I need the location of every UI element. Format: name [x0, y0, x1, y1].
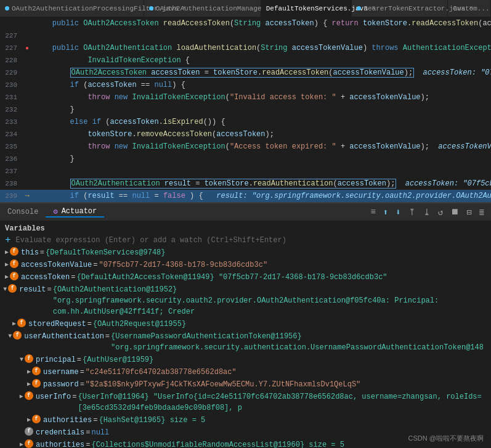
var-value: {AuthUser@11959}	[83, 354, 153, 365]
expand-icon[interactable]: ▶	[5, 259, 9, 271]
var-name: userInfo	[36, 391, 71, 402]
variables-header: Variables	[0, 223, 491, 234]
var-equals: =	[86, 439, 90, 448]
toolbar-bottom-icon[interactable]: ⤓	[421, 206, 432, 219]
var-password[interactable]: ▶ f password = "$2a$10$nky9PTxywFj4CkTKs…	[0, 378, 491, 391]
var-result[interactable]: ▼ f result = {OAuth2Authentication@11952…	[0, 283, 491, 318]
expand-icon[interactable]: ▶	[27, 367, 31, 378]
tab-custom[interactable]: Custom... ×	[448, 0, 491, 17]
field-icon: f	[32, 367, 41, 375]
tab-oauth-manager[interactable]: OAuth2AuthenticationManager.java ×	[144, 0, 261, 17]
var-value: "07f5cb77-2d17-4368-b178-9cb83d6cdb3c"	[99, 259, 267, 271]
toolbar-top-icon[interactable]: ⤒	[407, 206, 418, 219]
code-line: 237	[0, 165, 491, 177]
line-number: 229	[0, 69, 22, 76]
var-value: {DefaultTokenServices@9748}	[46, 247, 165, 258]
toolbar-up-icon[interactable]: ⬆	[381, 206, 390, 219]
var-stored-request[interactable]: ▶ f storedRequest = {OAuth2Request@11955…	[0, 318, 491, 330]
toolbar-layout-icon[interactable]: ⊟	[465, 206, 473, 219]
toolbar-stop-icon[interactable]: ⏹	[448, 206, 461, 218]
var-equals: =	[72, 391, 76, 402]
tab-actuator[interactable]: ⚙ Actuator	[46, 207, 104, 218]
line-number: 235	[0, 143, 22, 150]
tab-dot	[5, 6, 9, 10]
var-username[interactable]: ▶ f username = "c24e51170fc64702ab38778e…	[0, 366, 491, 378]
toolbar-down-icon[interactable]: ⬇	[394, 206, 402, 219]
var-equals: =	[77, 354, 81, 365]
var-equals: =	[93, 415, 97, 426]
var-value: "$2a$10$nky9PTxywFj4CkTKsXAFoewMw5ECMu.Y…	[86, 379, 360, 390]
line-indicator: →	[22, 192, 32, 200]
variables-section: Variables + Evaluate expression (Enter) …	[0, 221, 491, 448]
expand-icon[interactable]: ▶	[5, 272, 9, 283]
line-number: 239	[0, 192, 22, 200]
var-access-token[interactable]: ▶ f accessToken = {DefaultAuth2AccessTok…	[0, 271, 491, 283]
expand-icon[interactable]: ▶	[27, 415, 31, 426]
var-name: authorities	[43, 415, 92, 426]
var-userinfo[interactable]: ▶ f userInfo = {UserInfo@11964} "UserInf…	[0, 391, 491, 414]
expand-icon[interactable]: ▶	[20, 391, 23, 402]
line-number: 233	[0, 118, 22, 126]
line-content: InvalidTokenException {	[32, 56, 491, 65]
field-icon: f	[10, 259, 18, 268]
expand-icon[interactable]: ▶	[12, 319, 16, 330]
line-content: throw new InvalidTokenException("Access …	[32, 142, 491, 151]
line-content: OAuth2Authentication result = tokenStore…	[32, 179, 491, 188]
expand-icon[interactable]: ▼	[3, 284, 7, 295]
var-value: null	[91, 427, 109, 438]
var-name: authorities	[36, 439, 84, 448]
var-access-token-value[interactable]: ▶ f accessTokenValue = "07f5cb77-2d17-43…	[0, 259, 491, 271]
code-line: 238 OAuth2Authentication result = tokenS…	[0, 177, 491, 190]
var-authorities-3[interactable]: ▶ f authorities = {HashSet@11965} size =…	[0, 414, 491, 426]
expand-icon[interactable]: ▶	[5, 247, 9, 258]
field-icon: f	[13, 331, 22, 340]
var-name: accessTokenValue	[21, 259, 92, 271]
expand-icon[interactable]: ▶	[20, 439, 23, 448]
add-watch-button[interactable]: +	[0, 235, 16, 246]
var-this[interactable]: ▶ f this = {DefaultTokenServices@9748}	[0, 246, 491, 259]
code-line: 229 OAuth2AccessToken accessToken = toke…	[0, 67, 491, 79]
var-value: {UserInfo@11964} "UserInfo{id=c24e51170f…	[78, 391, 486, 413]
line-number: 227	[0, 32, 22, 39]
var-name: username	[43, 367, 79, 378]
var-value: {Collections$UnmodifiableRandomAccessLis…	[91, 439, 344, 448]
toolbar-lines-icon[interactable]: ≣	[477, 206, 486, 219]
var-value: {OAuth2Authentication@11952} "org.spring…	[53, 284, 486, 317]
tab-console[interactable]: Console	[0, 208, 46, 216]
var-value: {OAuth2Request@11955}	[93, 319, 186, 330]
console-tab-label: Console	[7, 208, 38, 216]
var-equals: =	[86, 427, 90, 438]
tab-label: Custom...	[453, 5, 489, 12]
breakpoint-icon[interactable]: ●	[25, 45, 29, 52]
field-icon: f	[17, 319, 26, 327]
field-icon: f	[25, 427, 33, 436]
tab-oauth-filter[interactable]: OAuth2AuthenticationProcessingFilter.jav…	[0, 0, 144, 17]
var-name: password	[43, 379, 79, 390]
var-user-auth[interactable]: ▼ f userAuthentication = {UsernamePasswo…	[0, 330, 491, 354]
watch-placeholder: Evaluate expression (Enter) or add a wat…	[16, 235, 286, 246]
line-content: if (result == null = false ) { result: "…	[32, 192, 491, 200]
code-line: 228 InvalidTokenException {	[0, 54, 491, 67]
var-principal[interactable]: ▼ f principal = {AuthUser@11959}	[0, 354, 491, 366]
debug-arrow-icon: →	[25, 192, 29, 200]
toolbar-menu-icon[interactable]: ≡	[368, 206, 377, 218]
expand-icon[interactable]: ▶	[27, 379, 31, 390]
line-content: }	[32, 105, 491, 114]
watch-input-row[interactable]: + Evaluate expression (Enter) or add a w…	[0, 234, 491, 246]
code-line: 230 if (accessToken == null) {	[0, 79, 491, 91]
tab-default-token[interactable]: DefaultTokenServices.java ×	[261, 0, 352, 17]
panel-toolbar: ≡ ⬆ ⬇ ⤒ ⤓ ↺ ⏹ ⊟ ≣	[363, 205, 491, 220]
tab-bearer-extractor[interactable]: BearerTokenExtractor.java ×	[352, 0, 448, 17]
line-number: 230	[0, 81, 22, 89]
panel-tab-row: Console ⚙ Actuator ≡ ⬆ ⬇ ⤒ ⤓ ↺ ⏹ ⊟ ≣	[0, 203, 491, 221]
tab-dot	[149, 6, 153, 10]
expand-icon[interactable]: ▼	[20, 354, 23, 365]
code-lines: public OAuth2AccessToken readAccessToken…	[0, 17, 491, 202]
line-content: throw new InvalidTokenException("Invalid…	[32, 93, 491, 102]
expand-icon[interactable]: ▼	[8, 331, 12, 342]
toolbar-refresh-icon[interactable]: ↺	[436, 206, 445, 219]
line-content: }	[32, 155, 491, 163]
var-name: accessToken	[21, 272, 70, 283]
line-content: if (accessToken == null) {	[32, 81, 491, 89]
var-name: result	[19, 284, 46, 295]
